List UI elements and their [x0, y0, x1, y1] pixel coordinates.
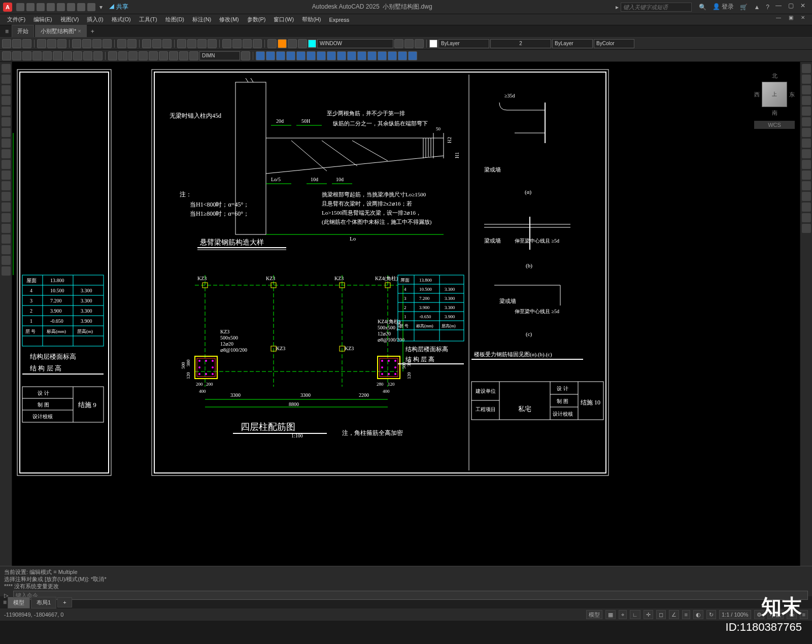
tab-start[interactable]: 开始	[12, 25, 34, 37]
status-lwt-icon[interactable]: ≡	[682, 610, 690, 619]
qat-plot-icon[interactable]	[57, 3, 65, 11]
dgn-icon[interactable]	[347, 51, 356, 60]
dim-space-icon[interactable]	[108, 51, 117, 60]
qat-dropdown-icon[interactable]: ▾	[99, 4, 103, 11]
menu-tools[interactable]: 工具(T)	[135, 16, 161, 23]
menu-edit[interactable]: 编辑(E)	[29, 16, 56, 23]
menu-file[interactable]: 文件(F)	[3, 16, 29, 23]
revcloud-tool-icon[interactable]	[2, 256, 11, 265]
dim-linear-icon[interactable]	[2, 51, 11, 60]
command-input[interactable]	[13, 591, 808, 600]
cart-icon[interactable]: 🛒	[740, 4, 748, 11]
doc-minimize-button[interactable]: —	[772, 15, 785, 25]
tool-zoom-icon[interactable]	[152, 39, 161, 48]
tool-undo-icon[interactable]	[117, 39, 126, 48]
ole-icon[interactable]	[367, 51, 377, 60]
dim-edit-icon[interactable]	[169, 51, 178, 60]
adjust-icon[interactable]	[307, 51, 316, 60]
menu-format[interactable]: 格式(O)	[108, 16, 135, 23]
dim-ord-icon[interactable]	[32, 51, 42, 60]
help-icon[interactable]: ?	[766, 4, 769, 11]
dim-aligned-icon[interactable]	[12, 51, 21, 60]
text-tool-icon[interactable]	[2, 202, 11, 212]
tool-cut-icon[interactable]	[72, 39, 81, 48]
menu-express[interactable]: Express	[325, 17, 353, 23]
menu-draw[interactable]: 绘图(D)	[161, 16, 188, 23]
dim-center-icon[interactable]	[139, 51, 148, 60]
table-tool-icon[interactable]	[2, 224, 11, 233]
dim-diam-icon[interactable]	[53, 51, 62, 60]
attach-icon[interactable]	[286, 51, 295, 60]
insert-icon[interactable]	[276, 51, 285, 60]
status-polar-icon[interactable]: ✛	[644, 610, 653, 619]
clip-icon[interactable]	[296, 51, 306, 60]
region-tool-icon[interactable]	[2, 234, 11, 244]
tool-layer3-icon[interactable]	[243, 39, 252, 48]
help-search-input[interactable]	[621, 3, 692, 12]
pc-icon[interactable]	[357, 51, 366, 60]
menu-window[interactable]: 窗口(W)	[269, 16, 298, 23]
tool-props-icon[interactable]	[177, 39, 186, 48]
explode-tool-icon[interactable]	[802, 224, 811, 233]
rect-tool-icon[interactable]	[2, 107, 11, 116]
status-ortho-icon[interactable]: ∟	[630, 610, 640, 619]
tool-open-icon[interactable]	[12, 39, 21, 48]
viewcube-top[interactable]: 上	[762, 82, 787, 107]
tool-copy-icon[interactable]	[82, 39, 91, 48]
tab-active-file[interactable]: 小别墅结构图* ×	[35, 25, 87, 37]
ray-tool-icon[interactable]	[2, 171, 11, 180]
tool-sun-icon[interactable]	[278, 39, 287, 48]
menu-dim[interactable]: 标注(N)	[188, 16, 215, 23]
tool-orbit-icon[interactable]	[162, 39, 172, 48]
join-tool-icon[interactable]	[802, 192, 811, 201]
line-tool-icon[interactable]	[2, 64, 11, 73]
spline-tool-icon[interactable]	[2, 149, 11, 158]
hyperlink-icon[interactable]	[408, 51, 417, 60]
close-button[interactable]: ✕	[797, 2, 809, 12]
viewcube-south[interactable]: 南	[754, 109, 795, 117]
dim-tol-icon[interactable]	[128, 51, 138, 60]
status-transparency-icon[interactable]: ◐	[693, 610, 703, 619]
qat-save-icon[interactable]	[37, 3, 45, 11]
minimize-button[interactable]: —	[772, 2, 785, 12]
tool-freeze-icon[interactable]	[288, 39, 297, 48]
polygon-tool-icon[interactable]	[2, 117, 11, 126]
tool-laymgr-icon[interactable]	[394, 39, 403, 48]
status-osnap-icon[interactable]: ◻	[656, 610, 666, 619]
lineweight-combo[interactable]	[490, 39, 551, 48]
chamfer-tool-icon[interactable]	[802, 202, 811, 212]
viewcube-north[interactable]: 北	[754, 72, 795, 80]
stretch-tool-icon[interactable]	[802, 149, 811, 158]
tool-paste-icon[interactable]	[92, 39, 101, 48]
maximize-button[interactable]: ▢	[785, 2, 797, 12]
plotstyle-combo[interactable]	[594, 39, 634, 48]
status-model[interactable]: 模型	[586, 610, 602, 619]
tool-tool-icon[interactable]	[197, 39, 207, 48]
tool-layer1-icon[interactable]	[222, 39, 231, 48]
import-icon[interactable]	[398, 51, 407, 60]
tool-laymatch-icon[interactable]	[415, 39, 424, 48]
layer-color-swatch[interactable]	[308, 40, 316, 48]
hatch-tool-icon[interactable]	[2, 139, 11, 148]
block-tool-icon[interactable]	[2, 192, 11, 201]
dim-jog-icon[interactable]	[159, 51, 168, 60]
dim-update-icon[interactable]	[189, 51, 198, 60]
mirror-tool-icon[interactable]	[802, 85, 811, 94]
tab-model[interactable]: 模型	[8, 597, 30, 608]
wcs-label[interactable]: WCS	[754, 121, 795, 129]
tool-preview-icon[interactable]	[47, 39, 56, 48]
layout-icon[interactable]	[388, 51, 397, 60]
status-snap-icon[interactable]: ⌖	[619, 610, 627, 619]
tab-layout1[interactable]: 布局1	[31, 597, 56, 608]
dim-radius-icon[interactable]	[43, 51, 52, 60]
dim-tedit-icon[interactable]	[179, 51, 188, 60]
menu-help[interactable]: 帮助(H)	[298, 16, 325, 23]
tool-pan-icon[interactable]	[142, 39, 151, 48]
qat-redo-icon[interactable]	[77, 3, 85, 11]
doc-restore-button[interactable]: ▣	[785, 15, 797, 25]
tool-match-icon[interactable]	[103, 39, 112, 48]
dim-quick-icon[interactable]	[73, 51, 82, 60]
tool-calc-icon[interactable]	[208, 39, 217, 48]
dim-continue-icon[interactable]	[93, 51, 103, 60]
share-button[interactable]: ◢ 共享	[109, 3, 128, 11]
